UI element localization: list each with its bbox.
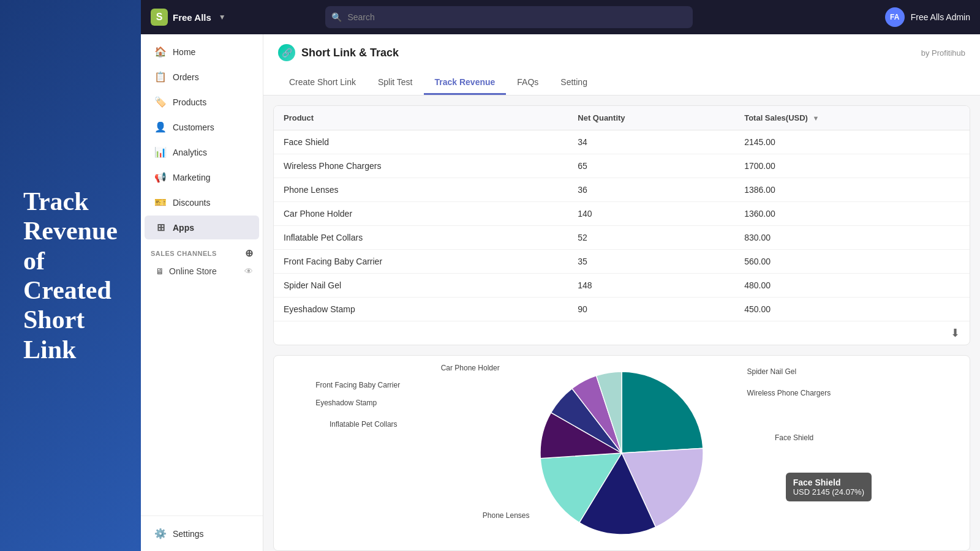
tabs-bar: Create Short Link Split Test Track Reven… [278,71,965,95]
cell-product: Inflatable Pet Collars [274,226,568,250]
sidebar-label-home: Home [173,47,195,57]
hero-text: TrackRevenueofCreatedShortLink [23,187,118,364]
table-row: Face Shield 34 2145.00 [274,130,970,154]
cell-net-quantity: 140 [568,202,734,226]
sidebar-item-marketing[interactable]: 📢 Marketing [145,165,259,189]
sidebar-item-apps[interactable]: ⊞ Apps [145,216,259,239]
sidebar-footer: ⚙️ Settings [141,515,263,546]
apps-icon: ⊞ [154,222,167,233]
sidebar-item-settings[interactable]: ⚙️ Settings [145,522,259,545]
home-icon: 🏠 [154,46,167,58]
orders-icon: 📋 [154,71,167,83]
label-spider-nail-gel: Spider Nail Gel [747,367,796,376]
eye-icon[interactable]: 👁 [244,266,253,276]
cell-product: Wireless Phone Chargers [274,154,568,178]
cell-net-quantity: 90 [568,298,734,321]
marketing-icon: 📢 [154,171,167,183]
label-wireless-chargers: Wireless Phone Chargers [747,389,831,397]
cell-product: Face Shield [274,130,568,154]
hero-text-panel: TrackRevenueofCreatedShortLink [0,0,141,551]
tab-create-short-link[interactable]: Create Short Link [278,71,367,95]
search-icon: 🔍 [331,12,342,22]
pie-chart-area: Face Shield USD 2145 (24.07%) Spider Nai… [273,355,970,551]
sidebar-item-home[interactable]: 🏠 Home [145,40,259,64]
add-sales-channel-icon[interactable]: ⊕ [245,247,254,259]
sidebar-item-orders[interactable]: 📋 Orders [145,65,259,89]
table-row: Wireless Phone Chargers 65 1700.00 [274,154,970,178]
cell-net-quantity: 36 [568,178,734,202]
avatar[interactable]: FA [885,7,905,27]
topbar: S Free Alls ▼ 🔍 FA Free Alls Admin [141,0,980,34]
tab-track-revenue[interactable]: Track Revenue [424,71,507,95]
revenue-table: Product Net Quantity Total Sales(USD) ▼ … [274,106,970,321]
table-row: Phone Lenses 36 1386.00 [274,178,970,202]
app-header: 🔗 Short Link & Track by Profitihub Creat… [263,34,980,96]
tab-faqs[interactable]: FAQs [506,71,549,95]
label-face-shield: Face Shield [775,433,813,442]
cell-net-quantity: 65 [568,154,734,178]
label-front-facing: Front Facing Baby Carrier [315,381,400,389]
customers-icon: 👤 [154,121,167,133]
col-product: Product [274,106,568,130]
cell-total-sales: 830.00 [734,226,970,250]
sidebar-label-discounts: Discounts [173,198,210,208]
pie-segment[interactable] [622,372,703,453]
cell-total-sales: 450.00 [734,298,970,321]
table-row: Spider Nail Gel 148 480.00 [274,274,970,298]
app-logo-icon: 🔗 [278,44,295,61]
sidebar-label-marketing: Marketing [173,173,210,182]
table-header-row: Product Net Quantity Total Sales(USD) ▼ [274,106,970,130]
cell-total-sales: 1386.00 [734,178,970,202]
app-by-label: by Profitihub [921,48,965,58]
pie-chart-svg [536,337,707,551]
label-phone-lenses: Phone Lenses [483,511,530,520]
sidebar-item-analytics[interactable]: 📊 Analytics [145,140,259,164]
products-icon: 🏷️ [154,96,167,108]
cell-net-quantity: 34 [568,130,734,154]
sidebar-item-customers[interactable]: 👤 Customers [145,115,259,139]
cell-product: Eyeshadow Stamp [274,298,568,321]
col-net-quantity: Net Quantity [568,106,734,130]
cell-total-sales: 1360.00 [734,202,970,226]
table-row: Front Facing Baby Carrier 35 560.00 [274,250,970,274]
sidebar-label-products: Products [173,97,206,107]
table-row: Inflatable Pet Collars 52 830.00 [274,226,970,250]
search-input[interactable] [325,6,693,28]
cell-total-sales: 560.00 [734,250,970,274]
cell-product: Front Facing Baby Carrier [274,250,568,274]
download-button[interactable]: ⬇ [951,326,960,340]
cell-total-sales: 480.00 [734,274,970,298]
sidebar-label-orders: Orders [173,72,199,82]
sidebar-label-apps: Apps [173,223,194,233]
store-switcher[interactable]: S Free Alls ▼ [151,9,226,26]
online-store-icon: 🖥 [156,266,164,276]
shopify-logo-icon: S [151,9,168,26]
search-bar: 🔍 [325,6,693,28]
sidebar-item-products[interactable]: 🏷️ Products [145,90,259,114]
sales-channels-section: SALES CHANNELS ⊕ [141,240,263,261]
col-total-sales[interactable]: Total Sales(USD) ▼ [734,106,970,130]
body-layout: 🏠 Home 📋 Orders 🏷️ Products 👤 Customers … [141,34,980,551]
revenue-table-container: Product Net Quantity Total Sales(USD) ▼ … [273,105,970,345]
tab-split-test[interactable]: Split Test [367,71,424,95]
sidebar-item-discounts[interactable]: 🎫 Discounts [145,190,259,214]
sidebar-label-customers: Customers [173,122,214,132]
cell-total-sales: 1700.00 [734,154,970,178]
table-row: Car Phone Holder 140 1360.00 [274,202,970,226]
sales-channels-label: SALES CHANNELS [151,250,217,257]
chevron-down-icon: ▼ [219,13,226,21]
sidebar-label-analytics: Analytics [173,148,207,157]
cell-product: Car Phone Holder [274,202,568,226]
pie-tooltip: Face Shield USD 2145 (24.07%) [786,473,872,501]
discounts-icon: 🎫 [154,197,167,208]
app-title-left: 🔗 Short Link & Track [278,44,399,61]
tooltip-title: Face Shield [793,478,864,487]
sidebar-item-online-store[interactable]: 🖥 Online Store 👁 [141,261,263,281]
app-title: Short Link & Track [301,47,399,59]
store-name: Free Alls [173,12,211,23]
tab-setting[interactable]: Setting [549,71,598,95]
table-row: Eyeshadow Stamp 90 450.00 [274,298,970,321]
label-eyeshadow-stamp: Eyeshadow Stamp [315,399,377,407]
tooltip-value: USD 2145 (24.07%) [793,487,864,497]
cell-net-quantity: 35 [568,250,734,274]
